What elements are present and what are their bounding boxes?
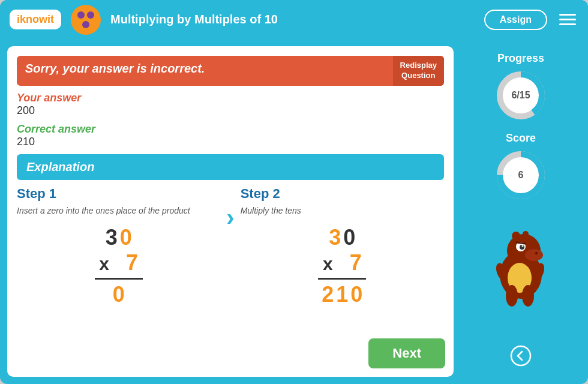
back-arrow-icon [510,345,532,367]
step2-mid-right: 7 [350,250,362,275]
step1: Step 1 Insert a zero into the ones place… [17,186,220,308]
svg-point-6 [525,249,543,261]
incorrect-message: Sorry, your answer is incorrect. [17,56,393,86]
right-panel: Progress 6/15 Score 6 [461,46,581,377]
step1-result: 0 [113,282,125,307]
score-section: Score 6 [494,132,548,202]
incorrect-banner: Sorry, your answer is incorrect. Redispl… [17,56,444,86]
hamburger-line3 [559,23,576,25]
step1-math: 30 x 7 0 [17,225,220,307]
menu-button[interactable] [557,11,578,28]
explanation-header: Explanation [17,154,444,180]
step2-title: Step 2 [241,186,444,202]
dot2 [87,11,94,19]
correct-answer-value: 210 [17,136,444,148]
step2-result1: 2 [322,282,334,307]
step1-top-left: 3 [106,225,118,250]
step2-top-left: 3 [329,225,341,250]
correct-answer-label: Correct answer [17,123,444,136]
your-answer-value: 200 [17,104,444,117]
progress-title: Progress [497,52,544,65]
dino-svg [485,218,557,308]
progress-text: 6/15 [511,90,530,101]
your-answer-section: Your answer 200 [17,92,444,117]
redisplay-button[interactable]: RedisplayQuestion [393,56,444,86]
dot3 [82,21,89,28]
svg-point-18 [523,231,529,237]
main-area: Sorry, your answer is incorrect. Redispl… [0,39,588,384]
step2-math: 30 x 7 210 [241,225,444,307]
hamburger-line2 [559,19,576,20]
dot1 [77,11,85,19]
svg-point-15 [506,285,518,307]
step1-mid-right: 7 [126,250,138,275]
step1-title: Step 1 [17,186,220,202]
step1-top-right: 0 [120,225,132,250]
svg-point-19 [511,346,530,365]
step1-math-top: 30 [106,225,132,250]
step-arrow: › [220,204,240,231]
step1-multiply: x [99,254,109,274]
score-donut: 6 [494,148,548,202]
svg-point-11 [535,252,538,254]
back-arrow-button[interactable] [510,345,532,371]
hamburger-line1 [559,14,576,16]
character-mascot [485,218,557,302]
mascot-dots [77,11,94,28]
step2-divider [318,278,366,280]
step2-result3: 0 [350,282,362,307]
correct-answer-section: Correct answer 210 [17,123,444,148]
header: iknowit Multiplying by Multiples of 10 A… [0,0,588,39]
svg-point-16 [522,285,534,307]
step1-desc: Insert a zero into the ones place of the… [17,205,220,217]
step2-result2: 1 [336,282,348,307]
app-container: iknowit Multiplying by Multiples of 10 A… [0,0,588,384]
svg-point-17 [512,232,520,240]
next-button[interactable]: Next [368,338,445,368]
assign-button[interactable]: Assign [484,10,547,30]
svg-point-9 [522,245,524,247]
logo-text: iknow [17,13,47,25]
score-title: Score [506,132,536,145]
step2-multiply: x [323,254,333,274]
progress-section: Progress 6/15 [494,52,548,122]
step2-top-right: 0 [343,225,355,250]
step2-result-row: 210 [322,282,362,307]
mascot-icon [71,5,101,35]
page-title: Multiplying by Multiples of 10 [110,13,475,26]
score-text: 6 [518,170,524,181]
step2-desc: Multiply the tens [241,205,444,217]
step1-divider [95,278,143,280]
progress-donut: 6/15 [494,68,548,122]
logo: iknowit [10,10,61,29]
step2: Step 2 Multiply the tens 30 x 7 [241,186,444,308]
step2-math-top: 30 [329,225,355,250]
logo-accent: it [47,13,54,25]
step1-result-row: 0 [113,282,125,307]
step2-math-mid: x 7 [323,250,362,275]
your-answer-label: Your answer [17,92,444,104]
svg-line-10 [517,242,525,244]
step1-math-mid: x 7 [99,250,138,275]
left-panel: Sorry, your answer is incorrect. Redispl… [7,46,454,377]
